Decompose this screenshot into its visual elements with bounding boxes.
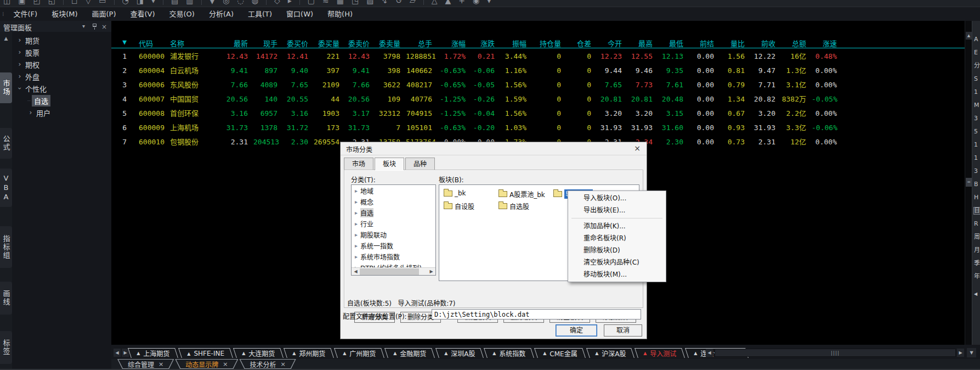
toolbar-icon[interactable]: ◌: [237, 0, 244, 6]
cell-涨幅[interactable]: -1.25%: [438, 92, 471, 106]
cell-最高[interactable]: 31.93: [627, 121, 658, 135]
market-tab-CME金属[interactable]: ▲CME金属: [534, 348, 586, 358]
chevron-collapsed-icon[interactable]: ›: [27, 109, 34, 116]
cell-总手[interactable]: 1288851: [406, 49, 438, 64]
column-header-涨幅[interactable]: 涨幅: [438, 38, 471, 48]
cell-振幅[interactable]: 1.59%: [500, 92, 532, 106]
toolbar-icon[interactable]: ▨: [366, 0, 373, 6]
period-button-R[interactable]: R: [974, 221, 980, 227]
scrollbar-up-icon[interactable]: ▲: [966, 32, 972, 40]
cell-委买价[interactable]: 20.55: [283, 92, 314, 106]
panel-menu-caret-icon[interactable]: ▾: [82, 23, 85, 29]
column-header-委买量[interactable]: 委买量: [314, 38, 345, 48]
cell-量比[interactable]: 0.73: [720, 135, 750, 149]
block-folder-自设股[interactable]: 自设股: [444, 201, 474, 211]
period-button-季[interactable]: 季: [974, 260, 980, 267]
cell-振幅[interactable]: 1.56%: [500, 106, 532, 121]
toolbar-icon[interactable]: ◰: [33, 0, 40, 6]
toolbar-icon[interactable]: ↺: [395, 0, 402, 6]
stock-code[interactable]: 600009: [131, 121, 165, 135]
cell-委买量[interactable]: 1903: [314, 106, 345, 121]
tab-close-icon[interactable]: ×: [158, 361, 163, 368]
cell-量比[interactable]: 0.81: [720, 64, 750, 78]
period-button-1[interactable]: 1: [974, 89, 980, 96]
hscroll-track[interactable]: ||||: [715, 349, 956, 357]
period-button-A[interactable]: A: [974, 36, 980, 43]
cell-委买量[interactable]: 173: [314, 121, 345, 135]
ok-button[interactable]: 确定: [556, 324, 597, 337]
page-tab-技术分析[interactable]: 技术分析×: [239, 359, 296, 369]
toolbar-icon[interactable]: ▲: [445, 0, 451, 6]
category-item-地域[interactable]: ▸地域: [352, 185, 435, 196]
column-header-持仓量[interactable]: 持仓量: [532, 38, 567, 48]
toolbar-icon[interactable]: ▦: [337, 0, 344, 6]
toolbar-icon[interactable]: ◨: [137, 0, 144, 6]
sidebar-tab-1[interactable]: 市场: [0, 72, 12, 103]
period-button-1[interactable]: 1: [974, 142, 980, 148]
cell-最新[interactable]: 20.56: [219, 92, 253, 106]
cell-涨跌[interactable]: -0.26: [471, 92, 500, 106]
sidebar-tab-2[interactable]: 公式: [0, 128, 12, 159]
market-tab-沪深A股[interactable]: ▲沪深A股: [586, 348, 635, 358]
cell-持仓量[interactable]: 0: [532, 64, 567, 78]
cell-量比[interactable]: 0.67: [720, 106, 750, 121]
cell-总额[interactable]: 3.1亿: [781, 78, 812, 92]
stock-code[interactable]: 600010: [131, 135, 165, 149]
cell-总额[interactable]: 3.3亿: [781, 121, 812, 135]
tree-item-期权[interactable]: ›期权: [16, 58, 42, 70]
cell-总额[interactable]: 16亿: [781, 49, 812, 64]
cell-委卖量[interactable]: 32312: [375, 106, 406, 121]
chevron-collapsed-icon[interactable]: ›: [16, 72, 23, 80]
cell-最低[interactable]: 3.15: [658, 106, 689, 121]
cell-振幅[interactable]: 3.44%: [500, 49, 532, 64]
cell-涨跌[interactable]: -0.04: [471, 106, 500, 121]
cell-最新[interactable]: 7.66: [219, 78, 253, 92]
tabbar-scroll-left-icon[interactable]: ◀: [114, 349, 121, 357]
market-tab-广州期货[interactable]: ▲广州期货: [334, 348, 384, 358]
cell-前收[interactable]: 2.31: [750, 135, 781, 149]
cell-总额[interactable]: 8382万: [781, 92, 812, 106]
cell-前结[interactable]: 0.00: [689, 106, 720, 121]
cell-涨速[interactable]: -0.05%: [812, 92, 842, 106]
column-header-前收[interactable]: 前收: [750, 38, 781, 48]
toolbar-icon[interactable]: ▭: [99, 0, 106, 6]
tree-item-用户[interactable]: ›用户: [27, 106, 53, 119]
cell-涨速[interactable]: 0.48%: [812, 49, 842, 64]
column-header-现手[interactable]: 现手: [253, 38, 283, 48]
toolbar-icon[interactable]: ▱: [410, 0, 416, 6]
scrollbar-thumb[interactable]: ≡: [966, 178, 972, 187]
period-button-H[interactable]: H: [974, 194, 980, 201]
cell-最高[interactable]: 20.81: [627, 92, 658, 106]
column-header-振幅[interactable]: 振幅: [500, 38, 532, 48]
context-menu-item-移动板块(M)[interactable]: 移动板块(M)...: [568, 268, 666, 281]
cell-仓差[interactable]: 0: [567, 121, 597, 135]
cell-涨幅[interactable]: 1.72%: [438, 49, 471, 64]
cell-委买价[interactable]: 7.65: [283, 78, 314, 92]
toolbar-icon[interactable]: ◔: [122, 0, 129, 6]
cell-委卖量[interactable]: 109: [375, 92, 406, 106]
cell-总手[interactable]: 105101: [406, 121, 438, 135]
menu-item-M[interactable]: 板块(M): [44, 7, 84, 21]
cell-委卖价[interactable]: 7.66: [345, 78, 375, 92]
category-item-期股联动[interactable]: ▸期股联动: [352, 229, 435, 240]
cell-最高[interactable]: 3.20: [627, 106, 658, 121]
row-number[interactable]: 4: [111, 92, 131, 106]
column-header-前结[interactable]: 前结: [689, 38, 720, 48]
context-menu-item-清空板块内品种(C)[interactable]: 清空板块内品种(C): [568, 256, 666, 268]
cell-持仓量[interactable]: 0: [532, 49, 567, 64]
period-button-1[interactable]: 1: [974, 155, 980, 161]
column-header-委卖价[interactable]: 委卖价: [345, 38, 375, 48]
cell-委买价[interactable]: 12.41: [283, 49, 314, 64]
toolbar-icon[interactable]: ◻: [71, 0, 78, 6]
stock-name[interactable]: 白云机场: [165, 64, 219, 78]
cell-委卖量[interactable]: 3798: [375, 49, 406, 64]
market-tab-金融期货[interactable]: ▲金融期货: [384, 348, 435, 358]
cell-今开[interactable]: 20.81: [597, 92, 627, 106]
cell-前收[interactable]: 31.93: [750, 121, 781, 135]
strip-collapse-icon[interactable]: ◀: [974, 291, 980, 298]
category-item-行业[interactable]: ▸行业: [352, 218, 435, 229]
cell-现手[interactable]: 204513: [253, 135, 283, 149]
cell-现手[interactable]: 6957: [253, 106, 283, 121]
toolbar-icon[interactable]: ◇: [274, 0, 280, 6]
toolbar-icon[interactable]: ◱: [48, 0, 55, 6]
